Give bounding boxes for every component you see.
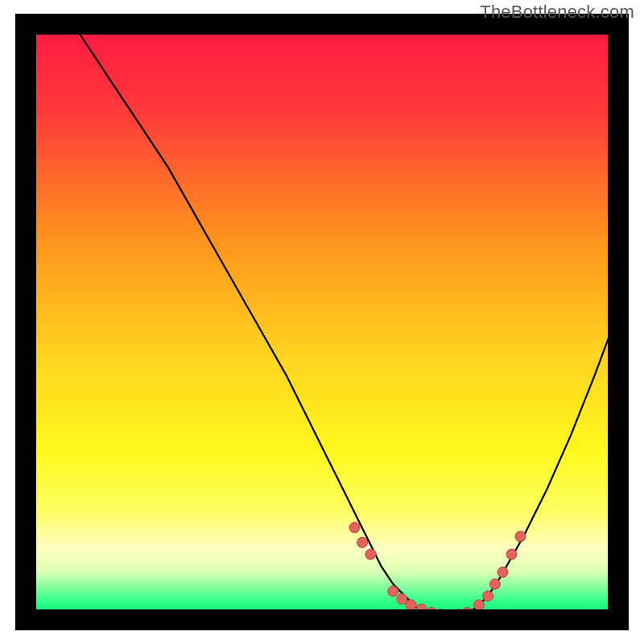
watermark-text: TheBottleneck.com xyxy=(480,2,634,23)
bottleneck-chart xyxy=(0,0,644,644)
svg-rect-0 xyxy=(26,24,618,620)
highlight-point xyxy=(388,586,398,597)
highlight-point xyxy=(489,579,500,589)
highlight-point xyxy=(515,531,526,542)
highlight-point xyxy=(474,600,485,610)
highlight-point xyxy=(406,600,416,610)
highlight-point xyxy=(497,567,508,577)
highlight-point xyxy=(357,537,368,547)
highlight-point xyxy=(349,522,360,533)
highlight-point xyxy=(506,549,517,559)
highlight-point xyxy=(397,594,407,605)
highlight-point xyxy=(483,591,493,601)
highlight-point xyxy=(365,549,376,559)
